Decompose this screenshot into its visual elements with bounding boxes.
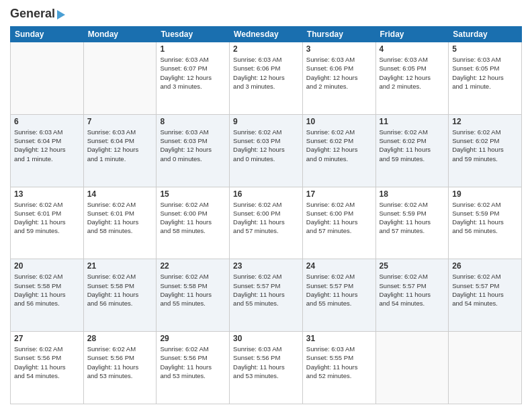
day-number: 15	[160, 189, 226, 199]
table-row: 9Sunrise: 6:02 AM Sunset: 6:03 PM Daylig…	[230, 114, 303, 187]
table-row: 23Sunrise: 6:02 AM Sunset: 5:57 PM Dayli…	[230, 259, 303, 332]
day-number: 27	[14, 334, 80, 343]
day-info: Sunrise: 6:02 AM Sunset: 6:00 PM Dayligh…	[160, 200, 226, 236]
day-info: Sunrise: 6:02 AM Sunset: 6:01 PM Dayligh…	[87, 200, 153, 236]
day-info: Sunrise: 6:02 AM Sunset: 6:00 PM Dayligh…	[306, 200, 372, 236]
day-info: Sunrise: 6:02 AM Sunset: 5:56 PM Dayligh…	[14, 345, 80, 380]
col-wednesday: Wednesday	[230, 27, 303, 42]
day-info: Sunrise: 6:03 AM Sunset: 5:55 PM Dayligh…	[306, 345, 372, 380]
day-info: Sunrise: 6:03 AM Sunset: 6:07 PM Dayligh…	[160, 55, 226, 91]
day-number: 2	[233, 44, 299, 54]
day-number: 7	[87, 117, 153, 126]
day-info: Sunrise: 6:02 AM Sunset: 5:56 PM Dayligh…	[160, 345, 226, 380]
header: General	[10, 7, 522, 21]
col-thursday: Thursday	[302, 27, 375, 42]
table-row: 3Sunrise: 6:03 AM Sunset: 6:06 PM Daylig…	[302, 42, 375, 115]
day-info: Sunrise: 6:02 AM Sunset: 5:57 PM Dayligh…	[380, 272, 445, 308]
day-number: 25	[380, 261, 445, 271]
table-row: 17Sunrise: 6:02 AM Sunset: 6:00 PM Dayli…	[302, 187, 375, 259]
calendar-header-row: Sunday Monday Tuesday Wednesday Thursday…	[11, 27, 522, 42]
day-number: 18	[380, 189, 445, 199]
table-row	[11, 42, 84, 115]
day-info: Sunrise: 6:02 AM Sunset: 5:57 PM Dayligh…	[452, 272, 518, 308]
logo-general: General	[10, 7, 55, 21]
table-row: 15Sunrise: 6:02 AM Sunset: 6:00 PM Dayli…	[157, 187, 230, 259]
table-row: 27Sunrise: 6:02 AM Sunset: 5:56 PM Dayli…	[11, 332, 84, 404]
table-row: 28Sunrise: 6:02 AM Sunset: 5:56 PM Dayli…	[83, 332, 157, 404]
page: General Sunday Monday Tuesday Wednesday …	[0, 0, 532, 411]
day-number: 30	[233, 334, 299, 343]
table-row: 24Sunrise: 6:02 AM Sunset: 5:57 PM Dayli…	[302, 259, 375, 332]
table-row	[449, 332, 522, 404]
day-number: 12	[452, 117, 518, 126]
day-info: Sunrise: 6:02 AM Sunset: 6:02 PM Dayligh…	[452, 128, 518, 163]
table-row: 12Sunrise: 6:02 AM Sunset: 6:02 PM Dayli…	[449, 114, 522, 187]
day-number: 6	[14, 117, 80, 126]
day-number: 1	[160, 44, 226, 54]
day-info: Sunrise: 6:02 AM Sunset: 5:59 PM Dayligh…	[452, 200, 518, 236]
day-info: Sunrise: 6:02 AM Sunset: 6:01 PM Dayligh…	[14, 200, 80, 236]
day-info: Sunrise: 6:02 AM Sunset: 6:00 PM Dayligh…	[233, 200, 299, 236]
day-number: 23	[233, 261, 299, 271]
calendar-week-row: 27Sunrise: 6:02 AM Sunset: 5:56 PM Dayli…	[11, 332, 522, 404]
day-info: Sunrise: 6:02 AM Sunset: 6:03 PM Dayligh…	[233, 128, 299, 163]
table-row: 14Sunrise: 6:02 AM Sunset: 6:01 PM Dayli…	[83, 187, 157, 259]
day-number: 28	[87, 334, 153, 343]
table-row: 2Sunrise: 6:03 AM Sunset: 6:06 PM Daylig…	[230, 42, 303, 115]
day-info: Sunrise: 6:02 AM Sunset: 5:58 PM Dayligh…	[160, 272, 226, 308]
day-number: 21	[87, 261, 153, 271]
table-row: 13Sunrise: 6:02 AM Sunset: 6:01 PM Dayli…	[11, 187, 84, 259]
day-number: 19	[452, 189, 518, 199]
calendar-week-row: 13Sunrise: 6:02 AM Sunset: 6:01 PM Dayli…	[11, 187, 522, 259]
day-number: 31	[306, 334, 372, 343]
table-row: 16Sunrise: 6:02 AM Sunset: 6:00 PM Dayli…	[230, 187, 303, 259]
table-row: 19Sunrise: 6:02 AM Sunset: 5:59 PM Dayli…	[449, 187, 522, 259]
day-info: Sunrise: 6:03 AM Sunset: 6:06 PM Dayligh…	[306, 55, 372, 91]
day-number: 22	[160, 261, 226, 271]
table-row: 25Sunrise: 6:02 AM Sunset: 5:57 PM Dayli…	[375, 259, 449, 332]
calendar-week-row: 6Sunrise: 6:03 AM Sunset: 6:04 PM Daylig…	[11, 114, 522, 187]
day-info: Sunrise: 6:03 AM Sunset: 6:06 PM Dayligh…	[233, 55, 299, 91]
col-friday: Friday	[375, 27, 449, 42]
table-row: 20Sunrise: 6:02 AM Sunset: 5:58 PM Dayli…	[11, 259, 84, 332]
table-row: 10Sunrise: 6:02 AM Sunset: 6:02 PM Dayli…	[302, 114, 375, 187]
day-info: Sunrise: 6:02 AM Sunset: 5:58 PM Dayligh…	[87, 272, 153, 308]
day-number: 17	[306, 189, 372, 199]
day-info: Sunrise: 6:02 AM Sunset: 5:57 PM Dayligh…	[306, 272, 372, 308]
day-number: 3	[306, 44, 372, 54]
table-row: 6Sunrise: 6:03 AM Sunset: 6:04 PM Daylig…	[11, 114, 84, 187]
col-monday: Monday	[83, 27, 157, 42]
day-info: Sunrise: 6:03 AM Sunset: 6:04 PM Dayligh…	[87, 128, 153, 163]
day-number: 10	[306, 117, 372, 126]
day-number: 4	[380, 44, 445, 54]
day-number: 9	[233, 117, 299, 126]
day-info: Sunrise: 6:03 AM Sunset: 6:05 PM Dayligh…	[452, 55, 518, 91]
table-row: 1Sunrise: 6:03 AM Sunset: 6:07 PM Daylig…	[157, 42, 230, 115]
table-row: 11Sunrise: 6:02 AM Sunset: 6:02 PM Dayli…	[375, 114, 449, 187]
day-number: 8	[160, 117, 226, 126]
table-row: 21Sunrise: 6:02 AM Sunset: 5:58 PM Dayli…	[83, 259, 157, 332]
day-number: 24	[306, 261, 372, 271]
table-row: 18Sunrise: 6:02 AM Sunset: 5:59 PM Dayli…	[375, 187, 449, 259]
day-info: Sunrise: 6:02 AM Sunset: 6:02 PM Dayligh…	[380, 128, 445, 163]
day-number: 11	[380, 117, 445, 126]
logo-arrow-icon	[57, 10, 65, 19]
day-info: Sunrise: 6:02 AM Sunset: 6:02 PM Dayligh…	[306, 128, 372, 163]
day-number: 5	[452, 44, 518, 54]
table-row: 4Sunrise: 6:03 AM Sunset: 6:05 PM Daylig…	[375, 42, 449, 115]
table-row: 8Sunrise: 6:03 AM Sunset: 6:03 PM Daylig…	[157, 114, 230, 187]
col-sunday: Sunday	[11, 27, 84, 42]
day-number: 16	[233, 189, 299, 199]
day-number: 13	[14, 189, 80, 199]
day-info: Sunrise: 6:03 AM Sunset: 6:04 PM Dayligh…	[14, 128, 80, 163]
calendar-week-row: 1Sunrise: 6:03 AM Sunset: 6:07 PM Daylig…	[11, 42, 522, 115]
table-row: 7Sunrise: 6:03 AM Sunset: 6:04 PM Daylig…	[83, 114, 157, 187]
day-info: Sunrise: 6:02 AM Sunset: 5:59 PM Dayligh…	[380, 200, 445, 236]
table-row	[375, 332, 449, 404]
calendar-table: Sunday Monday Tuesday Wednesday Thursday…	[10, 26, 522, 404]
table-row: 22Sunrise: 6:02 AM Sunset: 5:58 PM Dayli…	[157, 259, 230, 332]
day-info: Sunrise: 6:02 AM Sunset: 5:58 PM Dayligh…	[14, 272, 80, 308]
table-row: 26Sunrise: 6:02 AM Sunset: 5:57 PM Dayli…	[449, 259, 522, 332]
table-row: 31Sunrise: 6:03 AM Sunset: 5:55 PM Dayli…	[302, 332, 375, 404]
table-row	[83, 42, 157, 115]
